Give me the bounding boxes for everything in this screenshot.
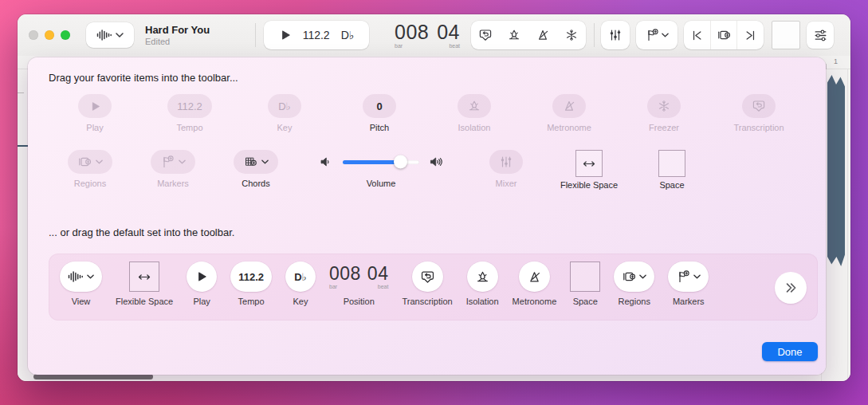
sheet-heading-bottom: ... or drag the default set into the too… [49, 226, 234, 238]
speaker-high-icon [429, 155, 443, 169]
metronome-icon [552, 94, 586, 118]
palette-item-tempo[interactable]: 112.2 Tempo [164, 94, 215, 132]
palette-item-mixer[interactable]: Mixer [465, 150, 548, 190]
markers-button[interactable] [636, 21, 678, 49]
isolation-button[interactable] [500, 28, 528, 42]
volume-knob[interactable] [394, 155, 407, 169]
default-item-isolation[interactable]: Isolation [466, 261, 499, 306]
close-button[interactable] [29, 30, 38, 40]
beat-label: beat [437, 43, 460, 49]
beat-number: 04 [437, 22, 460, 42]
toolbar-separator [255, 23, 256, 47]
transcription-button[interactable] [471, 28, 500, 42]
default-item-flexible-space[interactable]: Flexible Space [116, 261, 173, 306]
minimize-button[interactable] [45, 30, 54, 40]
palette-item-chords[interactable]: Chords [214, 150, 297, 190]
palette-item-transcription[interactable]: Transcription [733, 94, 784, 132]
isolation-icon [467, 261, 498, 292]
default-item-space[interactable]: Space [570, 261, 600, 306]
palette-item-regions[interactable]: Regions [49, 150, 132, 190]
default-item-view[interactable]: View [60, 261, 102, 306]
zoom-button[interactable] [61, 30, 70, 40]
horizontal-scrollbar[interactable] [33, 374, 153, 379]
bar-number: 008 [329, 265, 361, 283]
previous-region-button[interactable] [684, 21, 710, 49]
palette-item-play[interactable]: Play [69, 94, 120, 132]
toggle-group [471, 21, 586, 49]
palette-item-metronome[interactable]: Metronome [544, 94, 595, 132]
transcription-icon [412, 261, 443, 292]
customize-toolbar-button[interactable] [807, 22, 834, 49]
play-button[interactable] [279, 29, 292, 41]
flexible-space-icon [575, 150, 603, 177]
desktop-background: Hard For You Edited 112.2 D♭ 008 bar 04 … [0, 0, 868, 405]
bar-number: 008 [395, 22, 429, 42]
default-set-container[interactable]: View Flexible Space Play 112.2 Tempo D♭ … [49, 254, 818, 320]
default-item-markers[interactable]: Markers [668, 261, 709, 306]
overflow-button[interactable] [775, 272, 807, 304]
palette-row-2: Regions Markers Chords [49, 150, 805, 190]
markers-icon [676, 269, 690, 284]
double-chevron-right-icon [783, 280, 799, 296]
default-item-tempo[interactable]: 112.2 Tempo [230, 261, 272, 306]
chevron-down-icon [96, 159, 103, 164]
freezer-button[interactable] [557, 28, 586, 42]
volume-slider[interactable] [343, 160, 419, 164]
palette-item-flexible-space[interactable]: Flexible Space [548, 150, 630, 190]
default-item-play[interactable]: Play [187, 261, 217, 306]
palette-item-volume[interactable]: Volume [297, 150, 465, 190]
next-region-button[interactable] [736, 21, 764, 49]
metronome-button[interactable] [528, 28, 557, 42]
transcription-icon [742, 94, 776, 118]
view-button[interactable] [86, 22, 134, 48]
toolbar-separator [594, 23, 595, 47]
palette-item-space[interactable]: Space [630, 150, 713, 190]
key-button[interactable]: D♭ [341, 29, 355, 41]
chevron-down-icon [179, 159, 186, 164]
page-title: Hard For You [145, 24, 234, 36]
ruler-mark: 1 [834, 57, 838, 65]
isolation-icon [507, 28, 521, 42]
sheet-heading-top: Drag your favorite items into the toolba… [49, 72, 238, 84]
key-value: D♭ [278, 100, 291, 112]
region-nav-group [684, 21, 764, 49]
palette-item-isolation[interactable]: Isolation [449, 94, 500, 132]
position-display[interactable]: 008 bar 04 beat [387, 22, 468, 49]
palette-item-pitch[interactable]: 0 Pitch [354, 94, 405, 132]
regions-icon [622, 269, 636, 284]
window-title-block: Hard For You Edited [145, 24, 234, 46]
chevron-down-icon [116, 33, 124, 37]
audio-waveform [827, 75, 845, 266]
add-region-button[interactable] [710, 21, 737, 49]
default-item-transcription[interactable]: Transcription [402, 261, 452, 306]
done-button[interactable]: Done [762, 342, 818, 361]
metronome-icon [536, 28, 550, 42]
play-icon [187, 261, 217, 292]
default-item-metronome[interactable]: Metronome [513, 261, 557, 306]
default-item-position[interactable]: 008 bar 04 beat Position [329, 261, 388, 306]
markers-icon [160, 155, 175, 169]
next-region-icon [744, 29, 757, 42]
bar-label: bar [395, 43, 429, 49]
palette-item-key[interactable]: D♭ Key [259, 94, 310, 132]
palette-item-markers[interactable]: Markers [132, 150, 214, 190]
default-item-regions[interactable]: Regions [614, 261, 654, 306]
bar-label: bar [329, 284, 361, 289]
default-item-key[interactable]: D♭ Key [285, 261, 316, 306]
play-icon [78, 94, 112, 118]
mixer-button[interactable] [601, 21, 630, 49]
add-region-icon [717, 28, 731, 42]
mixer-icon [608, 28, 623, 42]
chords-icon [243, 155, 257, 169]
snowflake-icon [647, 94, 681, 118]
chevron-down-icon [261, 159, 269, 164]
palette-item-freezer[interactable]: Freezer [638, 94, 689, 132]
grid-line [847, 69, 848, 381]
tempo-button[interactable]: 112.2 [303, 29, 330, 41]
toolbar: Hard For You Edited 112.2 D♭ 008 bar 04 … [18, 14, 850, 56]
chevron-down-icon [87, 274, 94, 279]
customize-toolbar-sheet: Drag your favorite items into the toolba… [28, 57, 826, 375]
sliders-icon [813, 28, 828, 43]
toolbar-space-placeholder [772, 21, 800, 49]
regions-icon [77, 155, 92, 169]
